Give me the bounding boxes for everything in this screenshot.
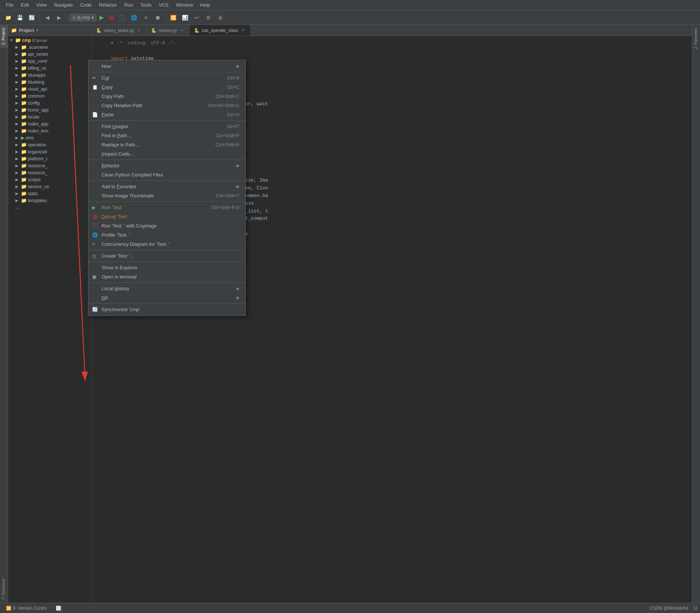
- build-button[interactable]: ≡: [141, 12, 151, 23]
- tab-close-celery[interactable]: ✕: [136, 28, 142, 33]
- tree-item-resource2[interactable]: ▶ 📁 resource_: [8, 169, 91, 176]
- vcs-button[interactable]: 🔀: [168, 12, 179, 23]
- ctx-profile[interactable]: 🌐 Profile 'Test: ': [88, 230, 245, 240]
- code-text: [111, 47, 114, 55]
- tab-cas-operate[interactable]: 🐍 cas_operate_class ✕: [190, 25, 251, 36]
- ctx-copy-relative-path[interactable]: Copy Relative Path Ctrl+Alt+Shift+C: [88, 101, 245, 110]
- tree-item-organizati[interactable]: ▶ 📁 organizati: [8, 148, 91, 155]
- tree-item-resource1[interactable]: ▶ 📁 resource_: [8, 162, 91, 169]
- ctx-git[interactable]: Git ▶: [88, 293, 245, 302]
- ctx-run-coverage[interactable]: ⬛ Run 'Test: ' with Coverage: [88, 221, 245, 230]
- terminal-button[interactable]: 🖥: [215, 12, 226, 23]
- tree-item-static[interactable]: ▶ 📁 static: [8, 190, 91, 197]
- debug-button[interactable]: 🐞: [107, 15, 116, 21]
- ctx-find-usages[interactable]: Find Usages Alt+F7: [88, 122, 245, 131]
- ctx-open-terminal[interactable]: ▣ Open in terminal: [88, 272, 245, 281]
- ctx-paste[interactable]: 📄 Paste Ctrl+V: [88, 110, 245, 119]
- forward-button[interactable]: ▶: [54, 12, 64, 23]
- ctx-concurrency[interactable]: ≡ Concurrency Diagram for 'Test: ': [88, 240, 245, 249]
- run-config-label: dj cmp: [77, 15, 90, 20]
- sidebar-item-project[interactable]: 1: Project: [0, 25, 8, 48]
- menu-run[interactable]: Run: [121, 1, 136, 8]
- tab-runner[interactable]: 🐍 runner.py ✕: [147, 25, 190, 36]
- menu-window[interactable]: Window: [173, 1, 196, 8]
- menu-file[interactable]: File: [3, 1, 17, 8]
- tree-item-templates[interactable]: ▶ 📁 templates: [8, 197, 91, 204]
- bottom-tab-vc[interactable]: 🔀 9: Version Contro: [3, 605, 50, 612]
- sync-button[interactable]: 🔄: [26, 12, 37, 23]
- sidebar-item-structure[interactable]: 7: Structure: [0, 576, 8, 603]
- tree-item-billing[interactable]: ▶ 📁 billing_ce: [8, 65, 91, 72]
- back-button[interactable]: ◀: [42, 12, 52, 23]
- tree-item-mako-app[interactable]: ▶ 📁 mako_app: [8, 120, 91, 127]
- tree-item-api-center[interactable]: ▶ 📁 api_center: [8, 51, 91, 58]
- tree-item-config[interactable]: ▶ 📁 config: [8, 99, 91, 106]
- tree-arrow: ▶: [15, 45, 20, 49]
- menu-view[interactable]: View: [33, 1, 50, 8]
- ctx-find-in-path[interactable]: Find in Path... Ctrl+Shift+F: [88, 131, 245, 140]
- tab-close-cas[interactable]: ✕: [241, 28, 246, 33]
- status-attribution: CSDN @Wonderful: [650, 606, 688, 611]
- tree-item-scripts[interactable]: ▶ 📁 scripts: [8, 176, 91, 183]
- ctx-new[interactable]: New ▶: [88, 62, 245, 71]
- bottom-tab-terminal[interactable]: ⬜: [53, 605, 64, 612]
- ctx-copy[interactable]: 📋 Copy Ctrl+C: [88, 83, 245, 92]
- tree-item-service[interactable]: ▶ 📁 service_ce: [8, 183, 91, 190]
- ctx-find-in-path-label: Find in Path...: [102, 133, 131, 138]
- ctx-refactor[interactable]: Refactor ▶: [88, 161, 245, 170]
- sidebar-item-favorites[interactable]: 2: Favorites: [692, 25, 700, 52]
- save-button[interactable]: 💾: [15, 12, 25, 23]
- ctx-add-favorites[interactable]: Add to Favorites ▶: [88, 182, 245, 191]
- stop-button[interactable]: ⏹: [153, 12, 163, 23]
- ctx-synchronize[interactable]: 🔄 Synchronize 'cmp': [88, 305, 245, 314]
- ctx-clean-compiled[interactable]: Clean Python Compiled Files: [88, 170, 245, 179]
- tree-label: templates: [28, 198, 47, 203]
- tree-item-scannerw[interactable]: ▶ 📁 .scannerw: [8, 44, 91, 51]
- ctx-debug-test[interactable]: 🐞 Debug 'Test: ': [88, 212, 245, 221]
- menu-navigate[interactable]: Navigate: [51, 1, 76, 8]
- open-folder-button[interactable]: 📁: [3, 12, 13, 23]
- ctx-create-test[interactable]: dj Create 'Test: '...: [88, 251, 245, 260]
- tree-item-mako-tem[interactable]: ▶ 📁 mako_tem: [8, 127, 91, 134]
- tree-item-home-app[interactable]: ▶ 📁 home_app: [8, 106, 91, 113]
- ctx-replace-in-path[interactable]: Replace in Path... Ctrl+Shift+R: [88, 140, 245, 149]
- tree-item-app-contr[interactable]: ▶ 📁 app_contr: [8, 58, 91, 65]
- tree-item-omc[interactable]: ▶ ▶ omc: [8, 134, 91, 141]
- settings-button[interactable]: ⚙: [204, 12, 214, 23]
- file-tree: ▼ 📁 cmp E:\proje ▶ 📁 .scannerw ▶ 📁 api_c…: [8, 36, 91, 603]
- profile-button[interactable]: 🌐: [129, 12, 139, 23]
- tree-root-cmp[interactable]: ▼ 📁 cmp E:\proje: [8, 37, 91, 44]
- ctx-paste-label: Paste: [102, 112, 114, 117]
- vcs2-button[interactable]: 📊: [180, 12, 190, 23]
- ctx-copy-relative-path-label: Copy Relative Path: [102, 103, 142, 108]
- tree-item-blueapps[interactable]: ▶ 📁 blueapps: [8, 72, 91, 79]
- coverage-button[interactable]: ⬛: [117, 12, 128, 23]
- panel-dropdown-icon[interactable]: ▾: [36, 28, 38, 32]
- tree-item-operation[interactable]: ▶ 📁 operation: [8, 141, 91, 148]
- tree-item-platform[interactable]: ▶ 📁 platform_i: [8, 155, 91, 162]
- tree-item-more[interactable]: ...: [8, 204, 91, 211]
- run-button[interactable]: ▶: [98, 14, 105, 21]
- menu-edit[interactable]: Edit: [18, 1, 32, 8]
- ctx-show-explorer[interactable]: Show in Explorer: [88, 263, 245, 272]
- menu-refactor[interactable]: Refactor: [96, 1, 120, 8]
- ctx-show-thumbnails[interactable]: Show Image Thumbnails Ctrl+Shift+T: [88, 191, 245, 200]
- toolbar-sep-1: [39, 14, 40, 21]
- ctx-copy-path[interactable]: Copy Path Ctrl+Shift+C: [88, 92, 245, 101]
- ctx-cut[interactable]: ✂ Cut Ctrl+X: [88, 73, 245, 83]
- tree-item-common[interactable]: ▶ 📁 common: [8, 92, 91, 99]
- menu-tools[interactable]: Tools: [138, 1, 154, 8]
- ctx-local-history[interactable]: Local History ▶: [88, 284, 245, 293]
- menu-code[interactable]: Code: [77, 1, 95, 8]
- tree-item-locale[interactable]: ▶ 📁 locale: [8, 113, 91, 120]
- menu-help[interactable]: Help: [197, 1, 213, 8]
- tree-item-blueking[interactable]: ▶ 📁 blueking: [8, 79, 91, 85]
- undo-button[interactable]: ↩: [192, 12, 202, 23]
- menu-vcs[interactable]: VCS: [156, 1, 172, 8]
- tab-celery-tasks[interactable]: 🐍 celery_tasks.py ✕: [92, 25, 147, 36]
- ctx-inspect-code[interactable]: Inspect Code...: [88, 149, 245, 158]
- ctx-run-test[interactable]: ▶ Run 'Test: ' Ctrl+Shift+F10: [88, 203, 245, 212]
- tree-item-cloud-api[interactable]: ▶ 📁 cloud_api:: [8, 85, 91, 92]
- run-config-selector[interactable]: dj dj cmp ▾: [70, 14, 96, 21]
- tab-close-runner[interactable]: ✕: [179, 28, 185, 33]
